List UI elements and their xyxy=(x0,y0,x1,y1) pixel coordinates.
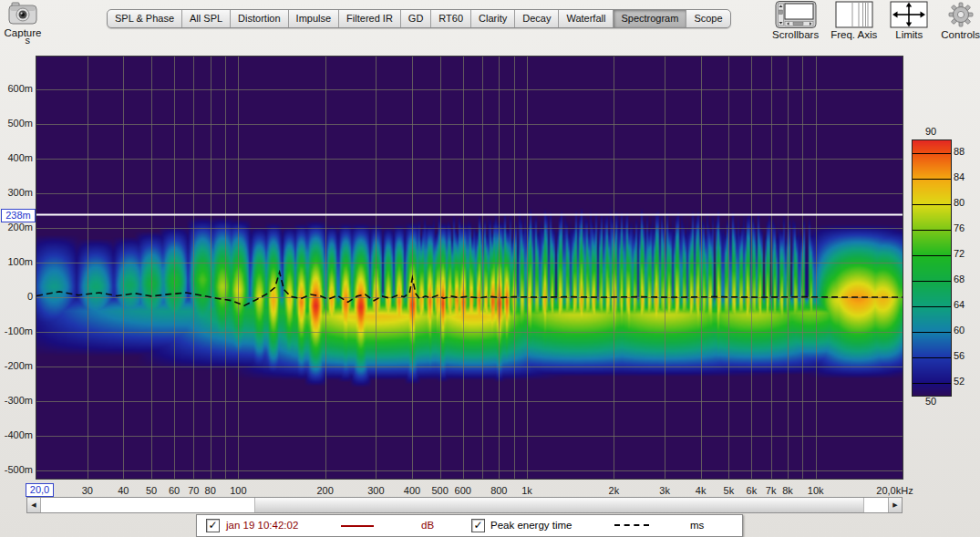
colorbar-tick-label: 84 xyxy=(954,171,977,182)
limits-icon xyxy=(889,1,929,28)
capture-button[interactable]: Capture xyxy=(3,2,43,38)
horizontal-scrollbar[interactable]: ◀ ▶ xyxy=(26,497,903,513)
tab-spectrogram[interactable]: Spectrogram xyxy=(614,10,686,27)
controls-button[interactable]: Controls xyxy=(941,1,980,40)
x-tick-label: 200 xyxy=(296,485,355,496)
scroll-right-arrow[interactable]: ▶ xyxy=(888,498,902,512)
colorbar-tick-label: 68 xyxy=(954,274,977,284)
tab-gd[interactable]: GD xyxy=(401,10,432,27)
y-tick-label: 400m xyxy=(0,152,33,163)
y-axis-unit: s xyxy=(0,35,30,46)
colorbar-tick-label: 72 xyxy=(954,248,977,259)
spectrogram-plot[interactable] xyxy=(36,56,903,480)
y-tick-label: 100m xyxy=(0,256,33,267)
controls-label: Controls xyxy=(941,29,980,40)
x-tick-label: 1k xyxy=(498,485,556,496)
y-tick-label: 300m xyxy=(0,187,33,198)
colorbar-max-label: 90 xyxy=(910,126,952,137)
scrollbars-button[interactable]: Scrollbars xyxy=(772,1,819,40)
colorbar-min-label: 50 xyxy=(910,396,952,407)
tab-impulse[interactable]: Impulse xyxy=(289,10,340,27)
colorbar-tick-label: 52 xyxy=(954,376,977,387)
tab-filtered-ir[interactable]: Filtered IR xyxy=(339,10,401,27)
tab-waterfall[interactable]: Waterfall xyxy=(559,10,614,27)
colorbar-tick-label: 76 xyxy=(954,222,977,233)
freq-axis-icon xyxy=(834,1,874,28)
peak-energy-checkbox[interactable]: ✓ xyxy=(471,519,485,532)
x-tick-label: 20,0kHz xyxy=(865,485,923,496)
measurement-checkbox[interactable]: ✓ xyxy=(206,519,220,532)
freq-cursor-readout: 20,0 xyxy=(26,483,54,497)
y-tick-label: -100m xyxy=(0,325,33,336)
freq-axis-button[interactable]: Freq. Axis xyxy=(830,1,877,40)
colorbar-tick-label: 88 xyxy=(954,146,977,157)
peak-line-sample xyxy=(614,524,649,526)
x-tick-label: 10k xyxy=(787,485,845,496)
y-tick-label: -200m xyxy=(0,360,33,371)
toolbar-right: Scrollbars Freq. Axis L xyxy=(772,1,980,40)
scroll-left-arrow[interactable]: ◀ xyxy=(27,498,41,512)
peak-energy-unit: ms xyxy=(690,520,704,531)
colorbar xyxy=(912,139,952,397)
tab-clarity[interactable]: Clarity xyxy=(471,10,515,27)
rew-window: Capture SPL & PhaseAll SPLDistortionImpu… xyxy=(0,0,980,537)
graph-tab-bar: SPL & PhaseAll SPLDistortionImpulseFilte… xyxy=(107,9,731,28)
legend-panel: ✓ jan 19 10:42:02 dB ✓ Peak energy time … xyxy=(196,514,743,537)
colorbar-tick-label: 80 xyxy=(954,197,977,208)
scrollbars-icon xyxy=(775,1,817,28)
gear-icon xyxy=(947,1,975,28)
time-cursor-readout: 238m xyxy=(1,209,36,222)
measurement-line-sample xyxy=(341,525,374,527)
y-tick-label: -500m xyxy=(0,464,33,475)
x-tick-label: 100 xyxy=(209,485,267,496)
tab-spl-phase[interactable]: SPL & Phase xyxy=(108,10,182,27)
colorbar-tick-label: 56 xyxy=(954,350,977,361)
tab-distortion[interactable]: Distortion xyxy=(231,10,288,27)
scrollbar-thumb[interactable] xyxy=(254,498,864,512)
camera-icon xyxy=(7,2,38,26)
y-tick-label: 0 xyxy=(0,291,33,302)
measurement-label: jan 19 10:42:02 xyxy=(226,520,298,531)
scrollbars-label: Scrollbars xyxy=(772,29,819,40)
freq-axis-label: Freq. Axis xyxy=(830,29,877,40)
tab-rt60[interactable]: RT60 xyxy=(431,10,471,27)
x-tick-label: 2k xyxy=(584,485,643,496)
peak-energy-label: Peak energy time xyxy=(490,520,573,531)
y-tick-label: 200m xyxy=(0,222,33,232)
limits-button[interactable]: Limits xyxy=(889,1,929,40)
y-tick-label: -400m xyxy=(0,429,33,440)
y-tick-label: 500m xyxy=(0,118,33,129)
tab-scope[interactable]: Scope xyxy=(686,10,729,27)
colorbar-tick-label: 60 xyxy=(954,325,977,336)
tab-all-spl[interactable]: All SPL xyxy=(182,10,231,27)
measurement-unit: dB xyxy=(421,520,434,531)
colorbar-tick-label: 64 xyxy=(954,299,977,310)
tab-decay[interactable]: Decay xyxy=(515,10,559,27)
limits-label: Limits xyxy=(895,29,923,40)
y-tick-label: -300m xyxy=(0,395,33,406)
y-tick-label: 600m xyxy=(0,83,33,94)
